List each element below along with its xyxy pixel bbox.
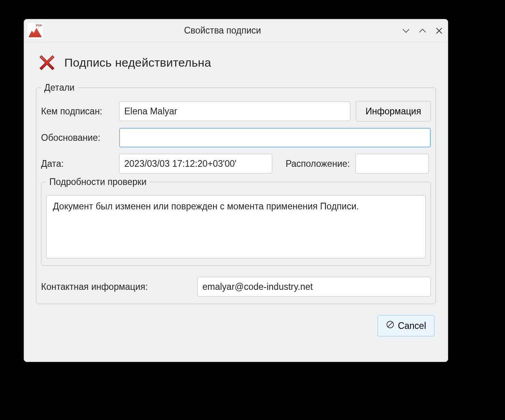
verification-legend: Подробности проверки — [46, 177, 150, 187]
titlebar: PDF Свойства подписи — [24, 19, 448, 42]
verification-group: Подробности проверки Документ был измене… — [41, 177, 431, 266]
row-contact: Контактная информация: — [41, 277, 431, 297]
location-label: Расположение: — [286, 159, 350, 169]
reason-field[interactable] — [119, 128, 431, 147]
close-button[interactable] — [435, 27, 443, 35]
cancel-label: Cancel — [398, 321, 426, 331]
maximize-button[interactable] — [419, 27, 426, 35]
location-field[interactable] — [355, 154, 429, 174]
row-date-location: Дата: Расположение: — [41, 154, 431, 174]
details-legend: Детали — [41, 82, 78, 93]
dialog-footer: Cancel — [36, 304, 436, 338]
svg-line-3 — [388, 322, 393, 327]
details-group: Детали Кем подписан: Информация Обоснова… — [36, 82, 436, 304]
window-title: Свойства подписи — [47, 25, 398, 36]
row-signed-by: Кем подписан: Информация — [41, 101, 431, 121]
row-reason: Обоснование: — [41, 128, 431, 147]
signature-status-text: Подпись недействительна — [64, 56, 211, 69]
date-label: Дата: — [41, 159, 66, 169]
cancel-button[interactable]: Cancel — [378, 315, 434, 336]
info-button[interactable]: Информация — [356, 101, 431, 121]
window-controls — [402, 27, 443, 35]
reason-label: Обоснование: — [41, 133, 114, 143]
date-field[interactable] — [119, 154, 272, 174]
dialog-body: Подпись недействительна Детали Кем подпи… — [24, 42, 448, 362]
signed-by-field[interactable] — [119, 101, 350, 121]
minimize-button[interactable] — [402, 27, 410, 35]
signature-status: Подпись недействительна — [36, 53, 436, 72]
signed-by-label: Кем подписан: — [41, 106, 114, 117]
verification-message: Документ был изменен или поврежден с мом… — [46, 195, 426, 258]
invalid-icon — [37, 53, 56, 72]
app-icon: PDF — [27, 23, 43, 39]
contact-field[interactable] — [197, 277, 431, 297]
contact-label: Контактная информация: — [41, 282, 192, 292]
signature-properties-dialog: PDF Свойства подписи — [24, 19, 448, 362]
cancel-icon — [386, 320, 395, 331]
